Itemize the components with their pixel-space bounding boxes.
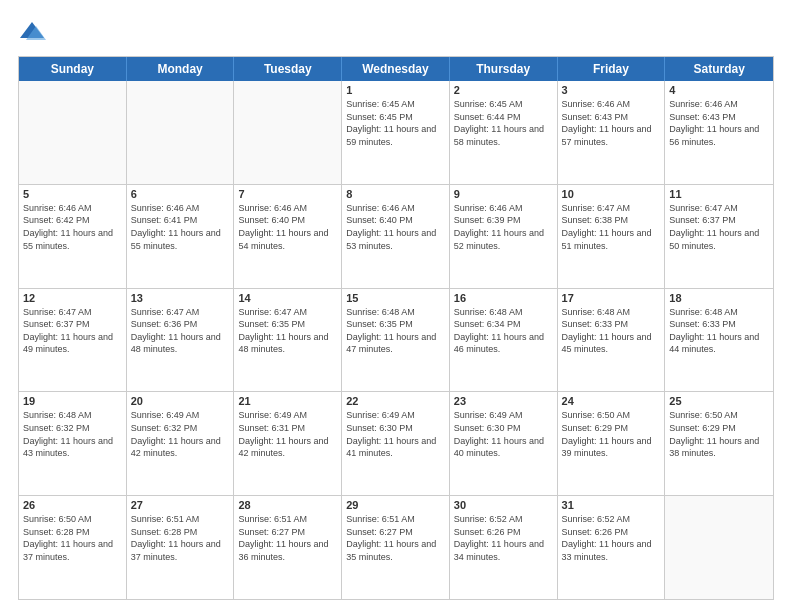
calendar-day-14: 14Sunrise: 6:47 AM Sunset: 6:35 PM Dayli… (234, 289, 342, 392)
calendar-empty-cell (127, 81, 235, 184)
day-number: 29 (346, 499, 445, 511)
cell-detail: Sunrise: 6:47 AM Sunset: 6:35 PM Dayligh… (238, 306, 337, 356)
calendar-day-28: 28Sunrise: 6:51 AM Sunset: 6:27 PM Dayli… (234, 496, 342, 599)
day-number: 12 (23, 292, 122, 304)
calendar-day-15: 15Sunrise: 6:48 AM Sunset: 6:35 PM Dayli… (342, 289, 450, 392)
day-number: 27 (131, 499, 230, 511)
cell-detail: Sunrise: 6:46 AM Sunset: 6:41 PM Dayligh… (131, 202, 230, 252)
cell-detail: Sunrise: 6:45 AM Sunset: 6:44 PM Dayligh… (454, 98, 553, 148)
day-number: 30 (454, 499, 553, 511)
calendar-day-20: 20Sunrise: 6:49 AM Sunset: 6:32 PM Dayli… (127, 392, 235, 495)
cell-detail: Sunrise: 6:47 AM Sunset: 6:37 PM Dayligh… (669, 202, 769, 252)
cell-detail: Sunrise: 6:50 AM Sunset: 6:28 PM Dayligh… (23, 513, 122, 563)
cell-detail: Sunrise: 6:46 AM Sunset: 6:39 PM Dayligh… (454, 202, 553, 252)
cell-detail: Sunrise: 6:47 AM Sunset: 6:36 PM Dayligh… (131, 306, 230, 356)
day-number: 1 (346, 84, 445, 96)
day-number: 23 (454, 395, 553, 407)
day-number: 7 (238, 188, 337, 200)
day-number: 9 (454, 188, 553, 200)
calendar-day-12: 12Sunrise: 6:47 AM Sunset: 6:37 PM Dayli… (19, 289, 127, 392)
calendar: SundayMondayTuesdayWednesdayThursdayFrid… (18, 56, 774, 600)
calendar-day-9: 9Sunrise: 6:46 AM Sunset: 6:39 PM Daylig… (450, 185, 558, 288)
cell-detail: Sunrise: 6:49 AM Sunset: 6:30 PM Dayligh… (454, 409, 553, 459)
cell-detail: Sunrise: 6:48 AM Sunset: 6:33 PM Dayligh… (562, 306, 661, 356)
cell-detail: Sunrise: 6:46 AM Sunset: 6:43 PM Dayligh… (669, 98, 769, 148)
day-number: 22 (346, 395, 445, 407)
calendar-day-1: 1Sunrise: 6:45 AM Sunset: 6:45 PM Daylig… (342, 81, 450, 184)
day-number: 25 (669, 395, 769, 407)
calendar-day-17: 17Sunrise: 6:48 AM Sunset: 6:33 PM Dayli… (558, 289, 666, 392)
day-number: 4 (669, 84, 769, 96)
weekday-header-wednesday: Wednesday (342, 57, 450, 81)
cell-detail: Sunrise: 6:52 AM Sunset: 6:26 PM Dayligh… (454, 513, 553, 563)
cell-detail: Sunrise: 6:51 AM Sunset: 6:28 PM Dayligh… (131, 513, 230, 563)
calendar-day-4: 4Sunrise: 6:46 AM Sunset: 6:43 PM Daylig… (665, 81, 773, 184)
day-number: 19 (23, 395, 122, 407)
day-number: 8 (346, 188, 445, 200)
day-number: 14 (238, 292, 337, 304)
cell-detail: Sunrise: 6:48 AM Sunset: 6:35 PM Dayligh… (346, 306, 445, 356)
day-number: 21 (238, 395, 337, 407)
weekday-header-tuesday: Tuesday (234, 57, 342, 81)
cell-detail: Sunrise: 6:49 AM Sunset: 6:31 PM Dayligh… (238, 409, 337, 459)
calendar-day-29: 29Sunrise: 6:51 AM Sunset: 6:27 PM Dayli… (342, 496, 450, 599)
cell-detail: Sunrise: 6:46 AM Sunset: 6:40 PM Dayligh… (238, 202, 337, 252)
calendar-day-18: 18Sunrise: 6:48 AM Sunset: 6:33 PM Dayli… (665, 289, 773, 392)
day-number: 2 (454, 84, 553, 96)
calendar-day-8: 8Sunrise: 6:46 AM Sunset: 6:40 PM Daylig… (342, 185, 450, 288)
day-number: 31 (562, 499, 661, 511)
calendar-day-22: 22Sunrise: 6:49 AM Sunset: 6:30 PM Dayli… (342, 392, 450, 495)
calendar-day-19: 19Sunrise: 6:48 AM Sunset: 6:32 PM Dayli… (19, 392, 127, 495)
day-number: 16 (454, 292, 553, 304)
day-number: 11 (669, 188, 769, 200)
weekday-header-monday: Monday (127, 57, 235, 81)
cell-detail: Sunrise: 6:47 AM Sunset: 6:38 PM Dayligh… (562, 202, 661, 252)
day-number: 3 (562, 84, 661, 96)
calendar-day-13: 13Sunrise: 6:47 AM Sunset: 6:36 PM Dayli… (127, 289, 235, 392)
calendar-empty-cell (665, 496, 773, 599)
calendar-day-10: 10Sunrise: 6:47 AM Sunset: 6:38 PM Dayli… (558, 185, 666, 288)
day-number: 13 (131, 292, 230, 304)
calendar-day-6: 6Sunrise: 6:46 AM Sunset: 6:41 PM Daylig… (127, 185, 235, 288)
calendar-day-24: 24Sunrise: 6:50 AM Sunset: 6:29 PM Dayli… (558, 392, 666, 495)
cell-detail: Sunrise: 6:48 AM Sunset: 6:34 PM Dayligh… (454, 306, 553, 356)
logo (18, 18, 50, 46)
calendar-row-4: 19Sunrise: 6:48 AM Sunset: 6:32 PM Dayli… (19, 392, 773, 496)
calendar-day-21: 21Sunrise: 6:49 AM Sunset: 6:31 PM Dayli… (234, 392, 342, 495)
cell-detail: Sunrise: 6:46 AM Sunset: 6:43 PM Dayligh… (562, 98, 661, 148)
day-number: 26 (23, 499, 122, 511)
cell-detail: Sunrise: 6:50 AM Sunset: 6:29 PM Dayligh… (562, 409, 661, 459)
calendar-row-2: 5Sunrise: 6:46 AM Sunset: 6:42 PM Daylig… (19, 185, 773, 289)
cell-detail: Sunrise: 6:51 AM Sunset: 6:27 PM Dayligh… (346, 513, 445, 563)
cell-detail: Sunrise: 6:46 AM Sunset: 6:42 PM Dayligh… (23, 202, 122, 252)
day-number: 17 (562, 292, 661, 304)
calendar-day-5: 5Sunrise: 6:46 AM Sunset: 6:42 PM Daylig… (19, 185, 127, 288)
calendar-empty-cell (234, 81, 342, 184)
calendar-empty-cell (19, 81, 127, 184)
calendar-day-30: 30Sunrise: 6:52 AM Sunset: 6:26 PM Dayli… (450, 496, 558, 599)
calendar-row-5: 26Sunrise: 6:50 AM Sunset: 6:28 PM Dayli… (19, 496, 773, 599)
day-number: 20 (131, 395, 230, 407)
cell-detail: Sunrise: 6:45 AM Sunset: 6:45 PM Dayligh… (346, 98, 445, 148)
calendar-day-11: 11Sunrise: 6:47 AM Sunset: 6:37 PM Dayli… (665, 185, 773, 288)
calendar-header: SundayMondayTuesdayWednesdayThursdayFrid… (19, 57, 773, 81)
weekday-header-thursday: Thursday (450, 57, 558, 81)
cell-detail: Sunrise: 6:50 AM Sunset: 6:29 PM Dayligh… (669, 409, 769, 459)
calendar-day-16: 16Sunrise: 6:48 AM Sunset: 6:34 PM Dayli… (450, 289, 558, 392)
day-number: 10 (562, 188, 661, 200)
calendar-day-31: 31Sunrise: 6:52 AM Sunset: 6:26 PM Dayli… (558, 496, 666, 599)
calendar-row-1: 1Sunrise: 6:45 AM Sunset: 6:45 PM Daylig… (19, 81, 773, 185)
calendar-day-26: 26Sunrise: 6:50 AM Sunset: 6:28 PM Dayli… (19, 496, 127, 599)
cell-detail: Sunrise: 6:48 AM Sunset: 6:33 PM Dayligh… (669, 306, 769, 356)
cell-detail: Sunrise: 6:47 AM Sunset: 6:37 PM Dayligh… (23, 306, 122, 356)
day-number: 5 (23, 188, 122, 200)
day-number: 15 (346, 292, 445, 304)
weekday-header-saturday: Saturday (665, 57, 773, 81)
cell-detail: Sunrise: 6:52 AM Sunset: 6:26 PM Dayligh… (562, 513, 661, 563)
calendar-row-3: 12Sunrise: 6:47 AM Sunset: 6:37 PM Dayli… (19, 289, 773, 393)
calendar-day-27: 27Sunrise: 6:51 AM Sunset: 6:28 PM Dayli… (127, 496, 235, 599)
cell-detail: Sunrise: 6:49 AM Sunset: 6:30 PM Dayligh… (346, 409, 445, 459)
day-number: 28 (238, 499, 337, 511)
cell-detail: Sunrise: 6:46 AM Sunset: 6:40 PM Dayligh… (346, 202, 445, 252)
calendar-body: 1Sunrise: 6:45 AM Sunset: 6:45 PM Daylig… (19, 81, 773, 599)
